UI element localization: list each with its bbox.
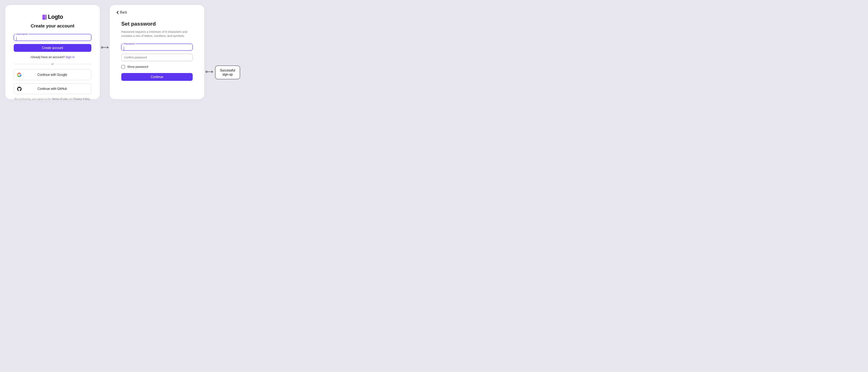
text-caret [124, 47, 124, 51]
password-card: Back Set password Password requires a mi… [110, 5, 204, 99]
flow-arrow-2 [205, 70, 215, 73]
password-field[interactable]: Password [121, 42, 193, 51]
signin-link[interactable]: Sign in [65, 55, 74, 59]
confirm-password-field[interactable] [121, 54, 193, 61]
signup-card: Logto Create your account Username Creat… [5, 5, 100, 99]
svg-rect-0 [42, 15, 45, 20]
svg-point-1 [44, 17, 44, 18]
password-title: Set password [121, 21, 193, 27]
continue-google-button[interactable]: Continue with Google [14, 69, 91, 80]
svg-point-3 [101, 47, 103, 48]
flow-arrow-1 [101, 46, 110, 49]
back-button[interactable]: Back [113, 10, 202, 14]
signin-prompt: Already have an account? Sign in [14, 55, 91, 59]
logto-icon [42, 15, 47, 20]
page-title: Create your account [14, 23, 91, 28]
username-field[interactable]: Username [14, 33, 91, 41]
password-label: Password [123, 42, 135, 45]
create-account-button[interactable]: Create account [14, 44, 91, 52]
brand-name: Logto [48, 14, 63, 20]
show-password-row: Show password [121, 65, 193, 69]
divider: or [14, 62, 91, 65]
success-callout: Successful sign-up [215, 65, 240, 79]
brand-logo: Logto [14, 14, 91, 20]
terms-link[interactable]: Terms of Use [52, 97, 67, 101]
privacy-link[interactable]: Privacy Policy [73, 97, 90, 101]
show-password-label: Show password [127, 65, 148, 68]
username-label: Username [15, 33, 29, 35]
continue-button[interactable]: Continue [121, 73, 193, 81]
terms-text: By continuing, you agree to the Terms of… [14, 97, 91, 101]
show-password-checkbox[interactable] [121, 65, 125, 69]
chevron-left-icon [116, 11, 119, 14]
svg-point-5 [206, 71, 207, 73]
svg-rect-2 [45, 15, 46, 20]
continue-github-button[interactable]: Continue with GitHub [14, 83, 91, 94]
password-description: Password requires a minimum of 8 charact… [121, 30, 193, 38]
text-caret [16, 37, 17, 41]
